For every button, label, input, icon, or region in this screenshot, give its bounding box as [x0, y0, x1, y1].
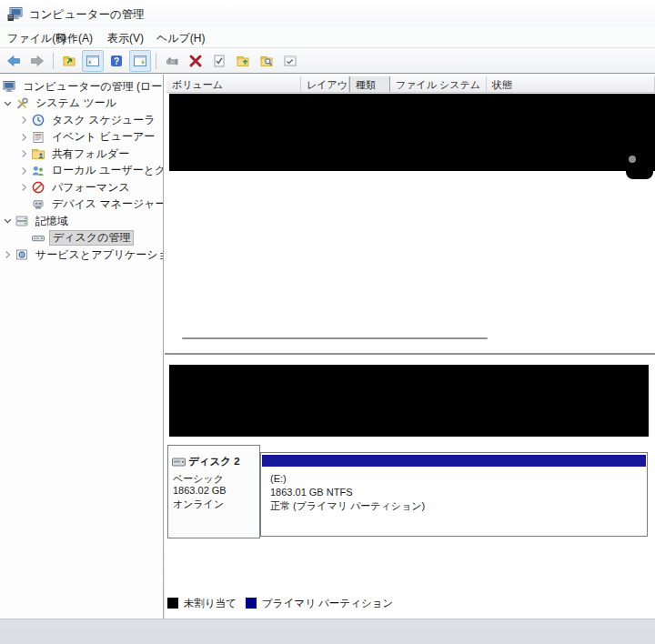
- forward-button[interactable]: [26, 50, 48, 72]
- performance-icon: [31, 180, 45, 195]
- column-header-status[interactable]: 状態: [487, 76, 655, 92]
- properties-check-icon: [212, 54, 227, 68]
- redaction-artifact-dot: [629, 156, 636, 163]
- delete-button[interactable]: [185, 50, 207, 72]
- pane-splitter[interactable]: [165, 353, 655, 355]
- column-header-type[interactable]: 種類: [349, 76, 390, 92]
- checklist-window-button[interactable]: [279, 50, 301, 72]
- sidebar-item-computer-management-root[interactable]: コンピューターの管理 (ローカル): [0, 78, 163, 96]
- partition-e[interactable]: (E:) 1863.01 GB NTFS 正常 (プライマリ パーティション): [260, 452, 648, 537]
- services-icon: [15, 247, 29, 262]
- legend-label: プライマリ パーティション: [262, 597, 393, 610]
- disk-name: ディスク 2: [188, 455, 240, 468]
- list-bottom-line: [182, 337, 488, 339]
- chevron-right-icon[interactable]: [17, 113, 31, 127]
- action-pane-toggle-icon: [133, 54, 147, 68]
- sidebar-item-label: デバイス マネージャー: [49, 197, 164, 211]
- chevron-right-icon[interactable]: [1, 247, 15, 262]
- back-button[interactable]: [3, 50, 25, 72]
- explore-folder-icon: [259, 54, 274, 68]
- users-icon: [31, 164, 45, 178]
- open-folder-icon: [236, 54, 250, 68]
- redacted-volume-list-edge: [626, 168, 653, 179]
- shared-folders-icon: [31, 146, 45, 161]
- sidebar-item-label: 記憶域: [33, 215, 71, 228]
- sidebar-item-device-manager[interactable]: デバイス マネージャー: [0, 196, 163, 214]
- chevron-right-icon[interactable]: [17, 130, 31, 145]
- sidebar-item-system-tools[interactable]: システム ツール: [0, 96, 163, 113]
- sidebar-item-shared-folders[interactable]: 共有フォルダー: [0, 146, 163, 163]
- column-header-file-system[interactable]: ファイル システム: [390, 76, 487, 92]
- partition-size-filesystem: 1863.01 GB NTFS: [270, 487, 353, 498]
- svg-text:?: ?: [114, 55, 119, 65]
- window-title: コンピューターの管理: [29, 7, 145, 23]
- sidebar-item-label: パフォーマンス: [49, 181, 133, 195]
- sidebar-item-storage[interactable]: 記憶域: [0, 213, 163, 230]
- expander-spacer: [17, 197, 31, 212]
- column-header-layout[interactable]: レイアウト: [301, 76, 349, 92]
- checklist-window-icon: [283, 54, 297, 68]
- window-bottom-edge: [0, 619, 655, 619]
- sidebar-item-label: 共有フォルダー: [49, 147, 132, 161]
- menu-bar: ファイル(F) 操作(A) 表示(V) ヘルプ(H): [0, 27, 655, 48]
- show-tree-folder-button[interactable]: [58, 50, 80, 72]
- console-tree-pane: コンピューターの管理 (ローカル)システム ツールタスク スケジューライベント …: [0, 75, 164, 619]
- partition-drive-letter: (E:): [270, 473, 287, 484]
- sidebar-item-label: システム ツール: [33, 96, 119, 110]
- redacted-volume-list: [169, 94, 655, 171]
- action-pane-toggle-button[interactable]: [129, 50, 151, 72]
- chevron-right-icon[interactable]: [17, 180, 31, 195]
- sidebar-item-performance[interactable]: パフォーマンス: [0, 179, 163, 196]
- expander-spacer: [17, 231, 31, 246]
- disk-size: 1863.02 GB: [173, 485, 227, 496]
- legend-label: 未割り当て: [184, 597, 237, 610]
- open-folder-button[interactable]: [232, 50, 254, 72]
- menu-action[interactable]: 操作(A): [53, 30, 96, 47]
- sidebar-item-event-viewer[interactable]: イベント ビューアー: [0, 129, 163, 146]
- disk-2-title: ディスク 2: [172, 455, 240, 468]
- console-tree-toggle-icon: [86, 54, 100, 68]
- explore-folder-button[interactable]: [256, 50, 277, 72]
- help-button[interactable]: ?: [106, 50, 127, 72]
- delete-icon: [188, 54, 203, 68]
- redacted-disk-rows: [169, 365, 649, 437]
- chevron-down-icon[interactable]: [1, 96, 15, 111]
- disk-management-icon: [31, 231, 45, 246]
- sidebar-item-label: ローカル ユーザーとグループ: [49, 164, 164, 177]
- disk-2-label-cell[interactable]: ディスク 2 ベーシック 1863.02 GB オンライン: [167, 445, 260, 538]
- sidebar-item-local-users-groups[interactable]: ローカル ユーザーとグループ: [0, 163, 163, 180]
- toolbar: ?: [0, 48, 655, 74]
- tool-icon: [165, 54, 179, 68]
- sidebar-item-task-scheduler[interactable]: タスク スケジューラ: [0, 112, 163, 129]
- legend-swatch-unallocated: [167, 598, 178, 609]
- sidebar-item-services-apps[interactable]: サービスとアプリケーション: [0, 247, 163, 264]
- task-scheduler-icon: [31, 113, 45, 127]
- forward-icon: [30, 54, 45, 68]
- show-tree-folder-icon: [62, 54, 76, 68]
- legend-swatch-primary: [246, 598, 257, 609]
- system-tools-icon: [15, 96, 29, 111]
- back-icon: [6, 54, 21, 68]
- tool-button[interactable]: [161, 50, 183, 72]
- sidebar-item-label: ディスクの管理: [49, 230, 134, 246]
- chevron-right-icon[interactable]: [17, 146, 31, 161]
- chevron-right-icon[interactable]: [17, 164, 31, 178]
- menu-view[interactable]: 表示(V): [104, 30, 147, 47]
- legend-item-unallocated: 未割り当て: [167, 597, 237, 610]
- console-tree-toggle-button[interactable]: [82, 50, 104, 72]
- sidebar-item-disk-management[interactable]: ディスクの管理: [0, 230, 163, 247]
- disk-management-pane: ボリュームレイアウト種類ファイル システム状態 ディスク 2 ベーシック 186…: [165, 75, 655, 619]
- partition-status: 正常 (プライマリ パーティション): [270, 499, 425, 513]
- event-viewer-icon: [31, 130, 45, 145]
- toolbar-separator: [156, 53, 156, 69]
- menu-help[interactable]: ヘルプ(H): [153, 30, 209, 47]
- chevron-down-icon[interactable]: [1, 214, 15, 228]
- properties-check-button[interactable]: [208, 50, 230, 72]
- volume-list-header: ボリュームレイアウト種類ファイル システム状態: [166, 76, 655, 93]
- toolbar-separator: [53, 53, 54, 69]
- disk-kind: ベーシック: [173, 472, 224, 486]
- column-header-volume[interactable]: ボリューム: [166, 76, 301, 92]
- partition-color-band: [262, 455, 646, 467]
- title-bar: コンピューターの管理: [0, 0, 655, 27]
- disk-drive-icon: [172, 458, 186, 467]
